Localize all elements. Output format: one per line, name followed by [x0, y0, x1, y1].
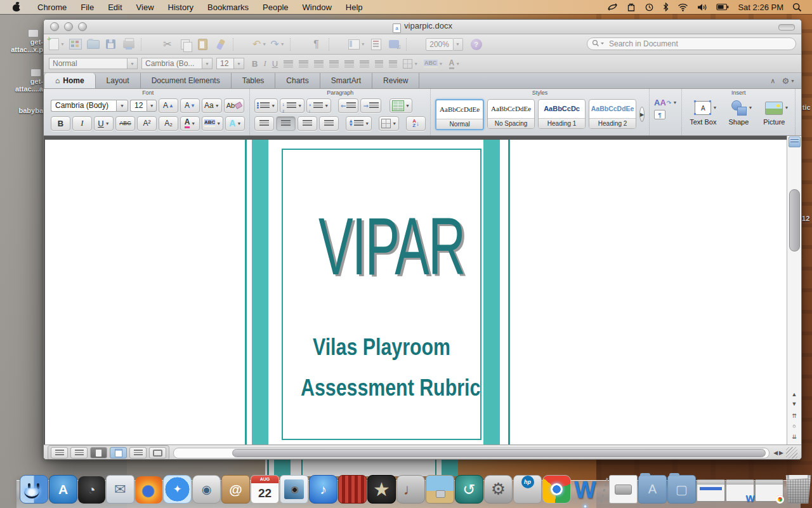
- menu-item[interactable]: Window: [296, 1, 339, 13]
- format-painter-button[interactable]: [214, 37, 228, 51]
- italic-button[interactable]: I: [72, 116, 92, 131]
- decrease-indent-button[interactable]: [375, 60, 383, 67]
- ribbon-settings-gear-icon[interactable]: ⚙▼: [782, 76, 795, 86]
- gallery-button[interactable]: [69, 37, 82, 51]
- dock-calendar[interactable]: AUG 22: [251, 475, 279, 504]
- menu-item[interactable]: File: [74, 1, 101, 13]
- font-color-button[interactable]: A ▼: [449, 58, 461, 69]
- strikethrough-button[interactable]: ABC: [115, 116, 135, 131]
- toolbar-toggle-button[interactable]: [778, 24, 795, 30]
- themes-button[interactable]: Aa ▼ Themes: [800, 98, 802, 126]
- align-left-button[interactable]: [254, 116, 274, 131]
- superscript-button[interactable]: A²: [137, 116, 157, 131]
- publishing-layout-button[interactable]: [90, 447, 107, 458]
- vertical-scrollbar-thumb[interactable]: [789, 189, 800, 251]
- subscript-button[interactable]: A₂: [159, 116, 178, 131]
- dock-system-preferences[interactable]: ⚙: [484, 475, 513, 504]
- underline-button[interactable]: U▼: [94, 116, 114, 131]
- style-select[interactable]: Normal▼: [49, 58, 138, 69]
- volume-icon[interactable]: [697, 3, 707, 11]
- dock-minimized-dialog-window[interactable]: [697, 479, 725, 502]
- borders-button[interactable]: ▼: [379, 116, 399, 131]
- dock-documents-folder[interactable]: ▢: [667, 475, 696, 504]
- dock-garageband[interactable]: ♩: [396, 475, 425, 504]
- help-button[interactable]: ?: [471, 39, 482, 50]
- ribbon-font-select[interactable]: Cambria (Body)▼: [51, 100, 128, 112]
- dock-firefox[interactable]: [135, 476, 162, 504]
- dock-image-capture[interactable]: [426, 475, 454, 504]
- align-center-button[interactable]: [276, 116, 296, 131]
- bold-button[interactable]: B: [51, 116, 70, 131]
- borders-button[interactable]: ▼: [403, 59, 418, 69]
- shrink-font-button[interactable]: A▼: [180, 98, 200, 113]
- castle-icon[interactable]: [627, 3, 636, 11]
- new-document-button[interactable]: ▼: [49, 37, 65, 51]
- desktop-file-icon[interactable]: [30, 69, 41, 77]
- insert-picture-button[interactable]: ▼ Picture: [757, 98, 790, 126]
- menu-item[interactable]: Chrome: [30, 1, 74, 13]
- input-source-icon[interactable]: [607, 3, 618, 11]
- focus-view-button[interactable]: [149, 447, 166, 458]
- style-normal[interactable]: AaBbCcDdEe Normal: [435, 99, 484, 130]
- sort-button[interactable]: AZ↓: [406, 116, 426, 131]
- dock-minimized-chrome-page[interactable]: [755, 479, 783, 502]
- media-browser-button[interactable]: [387, 37, 401, 51]
- document-page[interactable]: VIPAR Vilas Playroom Assessment Rubric: [45, 140, 787, 444]
- dock-safari[interactable]: ✦: [163, 475, 192, 504]
- dock-contacts[interactable]: @: [221, 475, 250, 504]
- bullet-list-button[interactable]: [360, 60, 369, 67]
- insert-text-box-button[interactable]: A ▼ Text Box: [686, 98, 719, 126]
- text-effects-button[interactable]: A▼: [225, 116, 245, 131]
- align-center-button[interactable]: [299, 60, 308, 67]
- outline-view-button[interactable]: [70, 447, 88, 458]
- bullet-list-button[interactable]: ▼: [254, 98, 278, 113]
- style-no-spacing[interactable]: AaBbCcDdEe No Spacing: [487, 99, 535, 129]
- align-left-button[interactable]: [284, 60, 293, 67]
- dock-minimized-word-document[interactable]: W: [726, 479, 754, 502]
- zoom-control[interactable]: 200% ▼: [426, 38, 463, 51]
- multilevel-list-button[interactable]: ▼: [306, 98, 331, 113]
- grow-font-button[interactable]: A▲: [159, 98, 178, 113]
- menu-item[interactable]: History: [161, 1, 200, 13]
- dock-iphoto[interactable]: [280, 475, 308, 504]
- dock-itunes[interactable]: ♪: [309, 475, 337, 504]
- dock-documents-stack[interactable]: [609, 475, 638, 504]
- undo-button[interactable]: ↶ ▼: [252, 37, 266, 51]
- change-case-button[interactable]: Aa▼: [202, 98, 222, 113]
- clear-formatting-button[interactable]: Ab: [224, 98, 244, 113]
- apple-menu-icon[interactable]: [11, 2, 22, 12]
- justify-button[interactable]: [319, 116, 339, 131]
- dock-imovie[interactable]: ★: [367, 475, 396, 504]
- increase-indent-button[interactable]: [389, 60, 397, 67]
- desktop-file-icon[interactable]: [28, 29, 39, 37]
- dock-finder[interactable]: [20, 475, 48, 504]
- align-right-button[interactable]: [314, 60, 324, 67]
- style-heading-1[interactable]: AaBbCcDc Heading 1: [538, 99, 586, 129]
- next-page-button[interactable]: ⇊: [787, 432, 801, 441]
- notebook-layout-button[interactable]: [129, 447, 147, 458]
- scroll-right-button[interactable]: ▶: [779, 450, 783, 456]
- numbered-list-button[interactable]: ▼: [280, 98, 304, 113]
- zoom-dropdown-arrow[interactable]: ▼: [454, 38, 463, 51]
- dock-chrome[interactable]: [542, 475, 571, 504]
- spotlight-icon[interactable]: [792, 3, 802, 12]
- search-input[interactable]: [587, 37, 796, 50]
- menu-item[interactable]: Help: [339, 1, 370, 13]
- scroll-up-button[interactable]: ▲: [787, 389, 801, 399]
- copy-button[interactable]: [178, 37, 192, 51]
- menu-item[interactable]: People: [256, 1, 295, 13]
- dock-mail[interactable]: ✉: [106, 475, 134, 504]
- tab-document-elements[interactable]: Document Elements: [141, 73, 232, 88]
- tab-home[interactable]: ⌂Home: [44, 73, 96, 88]
- menu-item[interactable]: Edit: [101, 1, 129, 13]
- time-machine-icon[interactable]: [645, 3, 654, 12]
- increase-indent-button[interactable]: ⇒: [360, 98, 381, 113]
- ribbon-font-size-select[interactable]: 12▼: [130, 100, 157, 112]
- dock-trash[interactable]: [784, 475, 812, 504]
- cut-button[interactable]: ✂: [160, 37, 174, 51]
- menu-item[interactable]: View: [129, 1, 161, 13]
- dock-word[interactable]: W: [572, 476, 599, 504]
- layout-view-button[interactable]: ▼: [348, 37, 365, 51]
- dock-facetime[interactable]: ◉: [192, 475, 221, 504]
- battery-icon[interactable]: [716, 3, 729, 11]
